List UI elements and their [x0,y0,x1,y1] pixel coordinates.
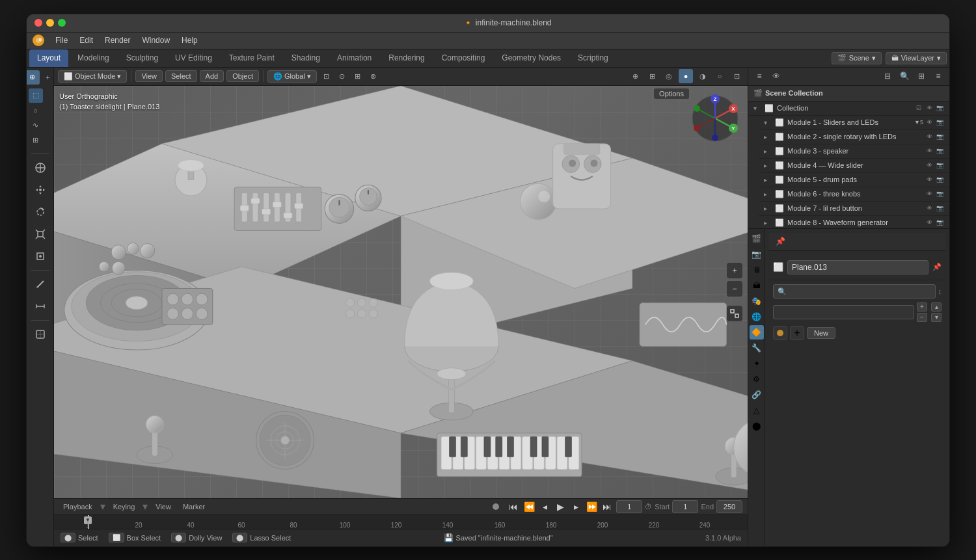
jump-start-btn[interactable]: ⏮ [507,501,520,512]
material-add-icon[interactable]: + [790,326,804,340]
cursor-tool[interactable] [30,157,51,178]
module-5-item[interactable]: ▸ ⬜ Module 5 - drum pads 👁 📷 [759,173,949,187]
prop-material-icon[interactable]: ⬤ [750,419,764,433]
tab-compositing[interactable]: Compositing [434,49,493,67]
material-search-input[interactable] [773,284,936,299]
next-frame-btn[interactable]: ▸ [569,501,582,512]
module-2-item[interactable]: ▸ ⬜ Module 2 - single rotary with LEDs 👁… [759,130,949,144]
scale-tool[interactable] [30,224,51,245]
playback-btn[interactable]: Playback [59,501,96,512]
snap-toggle-btn[interactable]: ⊗ [366,69,381,83]
timeline-view-btn[interactable]: View [152,501,175,512]
nav-gizmo[interactable]: X Y Z [689,92,741,144]
prop-render-icon[interactable]: 📷 [750,247,764,261]
prop-particles-icon[interactable]: ✦ [750,356,764,371]
panel-sort-icon[interactable]: ⊞ [914,69,929,83]
object-name-field[interactable] [787,260,929,274]
panel-outliner-icon[interactable]: ≡ [752,69,766,83]
current-frame-input[interactable] [616,500,642,513]
prev-frame-btn[interactable]: ◂ [538,501,551,512]
overlays-btn[interactable]: ⊞ [645,69,659,83]
m2-visibility[interactable]: 👁 [925,132,934,141]
prop-physics-icon[interactable]: ⚙ [750,372,764,386]
add-menu-btn[interactable]: Add [200,70,224,82]
panel-filter-icon[interactable]: ⊟ [880,69,895,83]
m3-visibility[interactable]: 👁 [925,146,934,155]
snap-btn[interactable]: ⊡ [319,69,334,83]
transform-orientation-btn[interactable]: 🌐 Global ▾ [267,70,317,83]
scene-selector[interactable]: 🎬 Scene ▾ [832,52,882,64]
zoom-out-icon[interactable]: − [727,281,742,297]
prev-keyframe-btn[interactable]: ⏪ [522,501,535,512]
xray-btn[interactable]: ◎ [662,69,676,83]
exclude-icon[interactable]: ☑ [914,103,923,113]
select-menu-btn[interactable]: Select [165,70,197,82]
panel-view-icon[interactable]: 👁 [769,69,783,83]
select-circle-icon[interactable]: ○ [29,103,43,118]
cursor-mode-icon[interactable]: + [41,70,55,85]
marker-btn[interactable]: Marker [179,501,209,512]
tab-rendering[interactable]: Rendering [381,49,432,67]
remove-material-slot-btn[interactable]: − [917,313,927,322]
object-menu-btn[interactable]: Object [226,70,259,82]
m7-render[interactable]: 📷 [935,204,944,213]
m8-visibility[interactable]: 👁 [925,218,934,227]
m8-render[interactable]: 📷 [935,218,944,227]
module-8-item[interactable]: ▸ ⬜ Module 8 - Waveform generator 👁 📷 [759,216,949,229]
snap-grid-btn[interactable]: ⊞ [351,69,365,83]
prop-scene-props-icon[interactable]: 🎭 [750,294,764,308]
next-keyframe-btn[interactable]: ⏩ [585,501,598,512]
prop-world-icon[interactable]: 🌐 [750,310,764,324]
zoom-in-icon[interactable]: + [727,263,742,278]
m7-visibility[interactable]: 👁 [925,204,934,213]
visibility-icon[interactable]: 👁 [925,103,934,113]
object-mode-btn[interactable]: ⬜ Object Mode ▾ [58,70,127,83]
select-extra-icon[interactable]: ⊞ [29,133,43,148]
transform-tool[interactable] [30,246,51,267]
prop-data-icon[interactable]: △ [750,403,764,418]
module-7-item[interactable]: ▸ ⬜ Module 7 - lil red button 👁 📷 [759,202,949,216]
tab-sculpting[interactable]: Sculpting [118,49,166,67]
play-btn[interactable]: ▶ [554,501,567,512]
select-lasso-icon[interactable]: ∿ [29,118,43,133]
gizmo-btn[interactable]: ⊕ [628,69,642,83]
module-3-item[interactable]: ▸ ⬜ Module 3 - speaker 👁 📷 [759,144,949,159]
m5-visibility[interactable]: 👁 [925,175,934,184]
annotate-tool[interactable] [30,274,51,295]
add-material-slot-btn[interactable]: + [917,302,927,312]
menu-render[interactable]: Render [100,34,135,46]
module-1-item[interactable]: ▾ ⬜ Module 1 - Sliders and LEDs ▼5 👁 📷 [759,116,949,130]
tab-scripting[interactable]: Scripting [570,49,616,67]
menu-help[interactable]: Help [176,34,203,46]
render-icon[interactable]: 📷 [935,103,944,113]
m6-visibility[interactable]: 👁 [925,189,934,198]
rotate-tool[interactable] [30,202,51,222]
prop-view-layer-icon[interactable]: 🏔 [750,278,764,293]
props-pin-icon[interactable]: 📌 [773,234,787,248]
new-material-btn[interactable]: New [807,327,835,339]
prop-constraints-icon[interactable]: 🔗 [750,388,764,402]
m4-visibility[interactable]: 👁 [925,161,934,170]
shading-material-btn[interactable]: ◑ [696,69,710,83]
tab-modeling[interactable]: Modeling [70,49,117,67]
move-tool[interactable] [30,180,51,200]
panel-search-icon[interactable]: 🔍 [897,69,912,83]
view-layer-selector[interactable]: 🏔 ViewLayer ▾ [886,52,947,64]
module-6-item[interactable]: ▸ ⬜ Module 6 - three knobs 👁 📷 [759,187,949,202]
tab-shading[interactable]: Shading [284,49,328,67]
m1-render[interactable]: 📷 [935,118,944,127]
m5-render[interactable]: 📷 [935,175,944,184]
select-mode-icon[interactable]: ⊕ [27,70,40,85]
minimize-button[interactable] [46,19,54,27]
move-slot-down-btn[interactable]: ▾ [931,313,942,322]
module-4-item[interactable]: ▸ ⬜ Module 4 — Wide slider 👁 📷 [759,159,949,173]
menu-window[interactable]: Window [137,34,175,46]
panel-extra-icon[interactable]: ≡ [931,69,945,83]
zoom-fit-icon[interactable] [727,306,742,321]
viewport-options-btn[interactable]: Options [654,88,689,99]
add-cube-tool[interactable] [30,324,51,345]
menu-edit[interactable]: Edit [74,34,98,46]
move-slot-up-btn[interactable]: ▴ [931,302,942,312]
tab-geometry-nodes[interactable]: Geometry Nodes [494,49,569,67]
material-dropdown-icon[interactable] [773,326,787,340]
